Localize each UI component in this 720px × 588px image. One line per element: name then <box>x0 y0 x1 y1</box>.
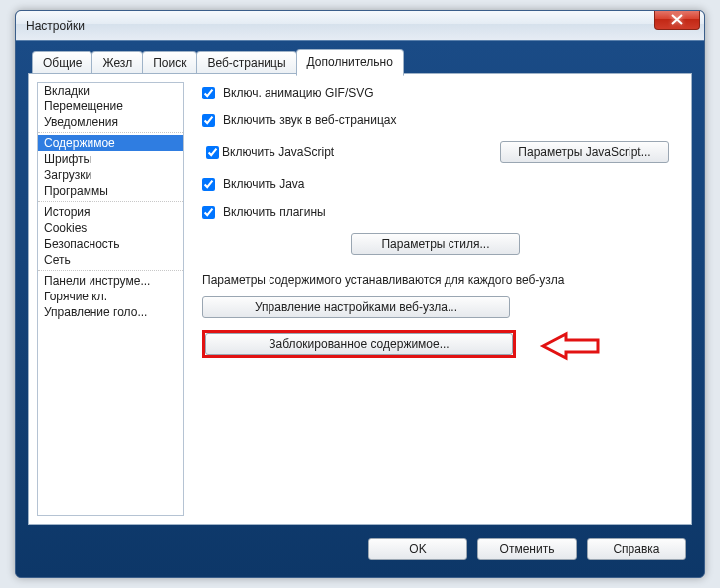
checkbox-java-input[interactable] <box>202 178 215 191</box>
checkbox-sound-input[interactable] <box>202 114 215 127</box>
sidebar-item[interactable]: Сеть <box>38 252 183 268</box>
arrow-annotation <box>538 331 608 361</box>
close-button[interactable] <box>654 10 700 30</box>
checkbox-java[interactable]: Включить Java <box>202 177 669 191</box>
checkbox-gif-animation[interactable]: Включ. анимацию GIF/SVG <box>202 86 669 99</box>
javascript-options-button[interactable]: Параметры JavaScript... <box>500 141 669 163</box>
dialog-buttons: OK Отменить Справка <box>28 531 692 567</box>
cancel-button[interactable]: Отменить <box>477 538 577 560</box>
content-description: Параметры содержимого устанавливаются дл… <box>202 273 669 287</box>
window-body: Общие Жезл Поиск Веб-страницы Дополнител… <box>16 41 704 577</box>
sidebar-item[interactable]: Вкладки <box>38 83 183 98</box>
sidebar-item[interactable]: История <box>38 204 183 220</box>
arrow-left-icon <box>538 331 608 361</box>
sidebar-item[interactable]: Горячие кл. <box>38 289 183 304</box>
checkbox-sound[interactable]: Включить звук в веб-страницах <box>202 113 669 127</box>
tab-panel: ВкладкиПеремещениеУведомленияСодержимоеШ… <box>28 73 692 525</box>
checkbox-javascript[interactable]: Включить JavaScript <box>202 143 334 162</box>
window-title: Настройки <box>26 19 85 33</box>
checkbox-java-label: Включить Java <box>223 177 305 191</box>
checkbox-plugins-label: Включить плагины <box>223 205 326 219</box>
ok-button[interactable]: OK <box>368 538 467 560</box>
sidebar-item[interactable]: Шрифты <box>38 151 183 167</box>
sidebar-item[interactable]: Загрузки <box>38 167 183 183</box>
checkbox-gif-input[interactable] <box>202 87 215 99</box>
sidebar-item[interactable]: Программы <box>38 183 183 199</box>
highlight-annotation: Заблокированное содержимое... <box>202 330 516 358</box>
sidebar-item[interactable]: Cookies <box>38 220 183 236</box>
blocked-content-button[interactable]: Заблокированное содержимое... <box>205 333 513 355</box>
style-options-button[interactable]: Параметры стиля... <box>351 233 520 255</box>
checkbox-js-label: Включить JavaScript <box>222 145 334 159</box>
sidebar-item[interactable]: Безопасность <box>38 236 183 252</box>
help-button[interactable]: Справка <box>587 538 686 560</box>
tab-advanced[interactable]: Дополнительно <box>296 49 404 76</box>
close-icon <box>671 14 683 25</box>
sidebar-item[interactable]: Перемещение <box>38 98 183 114</box>
settings-window: Настройки Общие Жезл Поиск Веб-страницы … <box>15 10 705 578</box>
sidebar: ВкладкиПеремещениеУведомленияСодержимоеШ… <box>37 82 184 516</box>
titlebar: Настройки <box>16 11 704 41</box>
checkbox-js-input[interactable] <box>206 146 219 159</box>
sidebar-item[interactable]: Панели инструме... <box>38 273 183 289</box>
site-preferences-button[interactable]: Управление настройками веб-узла... <box>202 296 510 318</box>
checkbox-sound-label: Включить звук в веб-страницах <box>223 113 396 127</box>
sidebar-item[interactable]: Управление голо... <box>38 304 183 320</box>
sidebar-item[interactable]: Содержимое <box>38 135 183 151</box>
content-area: Включ. анимацию GIF/SVG Включить звук в … <box>184 82 683 516</box>
checkbox-plugins[interactable]: Включить плагины <box>202 205 669 219</box>
checkbox-plugins-input[interactable] <box>202 206 215 219</box>
checkbox-gif-label: Включ. анимацию GIF/SVG <box>223 86 374 99</box>
sidebar-item[interactable]: Уведомления <box>38 114 183 130</box>
